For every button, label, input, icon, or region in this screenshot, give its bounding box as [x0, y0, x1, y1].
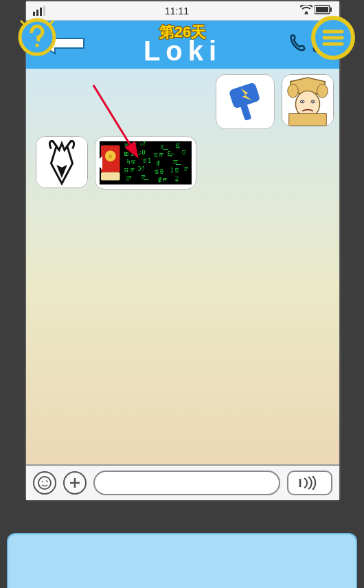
svg-point-17: [312, 101, 314, 102]
svg-rect-1: [36, 10, 38, 16]
message-row-loki: ꯟ꯭ꯁꯤ꯬ꯩꯕ꯭ꯐꯨ ꯀ1ꯨ0ꯏꯝƐꯨꯅ Ϟꯟꯗ10ꯤꯍ꯭ ꯆꯝƆꯩꯑ01ꯡꯂ …: [32, 136, 334, 190]
svg-text:ꯖꯤ: ꯖꯤ: [125, 175, 132, 182]
svg-point-49: [38, 477, 51, 489]
svg-rect-3: [43, 6, 45, 16]
svg-text:1ꯡ: 1ꯡ: [170, 167, 179, 174]
thor-avatar[interactable]: [282, 74, 334, 126]
svg-text:ꯏꯝ: ꯏꯝ: [152, 152, 165, 159]
virus-bubble[interactable]: ꯟ꯭ꯁꯤ꯬ꯩꯕ꯭ꯐꯨ ꯀ1ꯨ0ꯏꯝƐꯨꯅ Ϟꯟꯗ10ꯤꯍ꯭ ꯆꯝƆꯩꯑ01ꯡꯂ …: [95, 136, 196, 190]
svg-rect-6: [316, 7, 328, 12]
phone-icon[interactable]: [287, 33, 308, 56]
menu-button[interactable]: [310, 15, 356, 60]
loki-avatar[interactable]: [36, 136, 88, 188]
svg-text:ꯑ0: ꯑ0: [154, 168, 163, 175]
message-input[interactable]: [93, 471, 280, 495]
plus-button[interactable]: [63, 471, 87, 495]
bottom-panel: [7, 533, 357, 588]
hint-button[interactable]: [18, 18, 56, 56]
chat-title: Loki: [144, 37, 222, 65]
svg-text:ꯅ: ꯅ: [181, 149, 187, 156]
svg-rect-46: [101, 172, 120, 181]
svg-rect-2: [40, 8, 42, 16]
phone-frame: 11:11 第26天 Lok: [25, 0, 341, 501]
svg-rect-0: [33, 12, 35, 16]
svg-point-50: [42, 481, 43, 482]
svg-rect-20: [289, 113, 327, 126]
svg-text:Ɔꯩ: Ɔꯩ: [137, 166, 144, 172]
svg-line-56: [21, 21, 25, 25]
svg-text:Ɇꯝ: Ɇꯝ: [158, 177, 168, 183]
svg-text:ꯀ1: ꯀ1: [124, 150, 133, 157]
svg-text:Ϟꯟ: Ϟꯟ: [126, 159, 136, 166]
input-bar: [26, 464, 339, 500]
chat-area: ꯟ꯭ꯁꯤ꯬ꯩꯕ꯭ꯐꯨ ꯀ1ꯨ0ꯏꯝƐꯨꯅ Ϟꯟꯗ10ꯤꯍ꯭ ꯆꯝƆꯩꯑ01ꯡꯂ …: [26, 69, 339, 464]
svg-text:¥: ¥: [108, 152, 113, 160]
svg-point-18: [288, 84, 299, 98]
svg-point-16: [302, 101, 303, 102]
status-bar: 11:11: [26, 1, 339, 21]
status-time: 11:11: [165, 5, 189, 16]
signal-left-icon: [33, 6, 54, 16]
svg-line-58: [49, 21, 54, 25]
voice-button[interactable]: [287, 471, 332, 495]
svg-text:ꯨ0: ꯨ0: [137, 149, 145, 156]
svg-point-19: [317, 84, 328, 98]
title-bar: 第26天 Loki: [26, 21, 339, 69]
hammer-bubble[interactable]: [216, 74, 275, 129]
emoji-button[interactable]: [33, 471, 56, 495]
message-row-thor: [32, 74, 334, 129]
svg-text:ꯓꯨ: ꯓꯨ: [174, 175, 180, 182]
svg-text:ꯟ꯭ꯁꯤ: ꯟ꯭ꯁꯤ: [124, 142, 137, 149]
svg-text:꯬ꯩ: ꯬ꯩ: [140, 141, 146, 148]
svg-rect-7: [330, 8, 332, 12]
svg-text:ꯗ1: ꯗ1: [141, 157, 151, 164]
svg-text:ꯆꯝ: ꯆꯝ: [124, 167, 136, 174]
svg-text:ꯐꯨ: ꯐꯨ: [175, 142, 181, 149]
svg-point-55: [35, 43, 38, 47]
svg-text:ꯂ: ꯂ: [183, 166, 190, 172]
svg-point-4: [305, 11, 308, 14]
svg-text:Ɛꯨ: Ɛꯨ: [168, 150, 174, 157]
